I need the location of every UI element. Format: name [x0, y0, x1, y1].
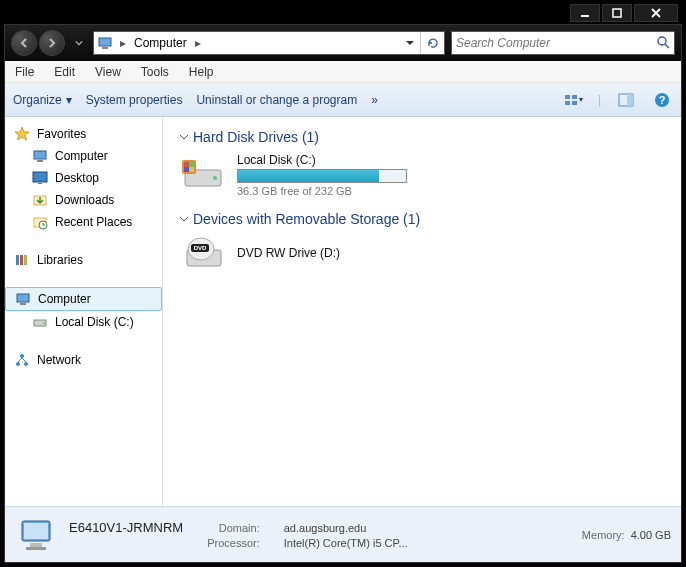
svg-rect-3 [102, 47, 108, 49]
computer-name: E6410V1-JRMNRM [69, 520, 183, 535]
breadcrumb-computer[interactable]: Computer [130, 36, 191, 50]
menu-tools[interactable]: Tools [135, 63, 175, 81]
svg-rect-14 [34, 151, 46, 159]
main-pane: Hard Disk Drives (1) Local Disk (C:) 36.… [163, 117, 681, 506]
svg-rect-25 [20, 303, 26, 305]
svg-point-4 [658, 37, 666, 45]
drive-local-disk[interactable]: Local Disk (C:) 36.3 GB free of 232 GB [179, 153, 665, 197]
drive-icon [31, 313, 49, 331]
svg-rect-1 [613, 9, 621, 17]
menu-file[interactable]: File [9, 63, 40, 81]
computer-large-icon [15, 514, 57, 556]
collapse-icon [179, 132, 189, 142]
collapse-icon [179, 214, 189, 224]
drive-name: DVD RW Drive (D:) [237, 246, 340, 260]
section-hdd[interactable]: Hard Disk Drives (1) [179, 129, 665, 145]
search-icon[interactable] [656, 35, 670, 52]
svg-rect-37 [189, 167, 194, 172]
search-input[interactable] [456, 36, 656, 50]
capacity-bar [237, 169, 407, 183]
minimize-button[interactable] [570, 4, 600, 22]
svg-point-32 [213, 176, 217, 180]
sidebar-libraries[interactable]: Libraries [5, 249, 162, 271]
navigation-pane: Favorites Computer Desktop Downloads Rec… [5, 117, 163, 506]
sidebar-local-disk[interactable]: Local Disk (C:) [5, 311, 162, 333]
computer-icon [14, 290, 32, 308]
svg-rect-8 [565, 101, 570, 105]
history-dropdown[interactable] [71, 30, 87, 56]
drive-free-text: 36.3 GB free of 232 GB [237, 185, 407, 197]
sidebar-fav-desktop[interactable]: Desktop [5, 167, 162, 189]
sidebar-network[interactable]: Network [5, 349, 162, 371]
svg-point-30 [20, 354, 24, 358]
sidebar-fav-downloads[interactable]: Downloads [5, 189, 162, 211]
maximize-button[interactable] [602, 4, 632, 22]
system-properties-button[interactable]: System properties [86, 93, 183, 107]
sidebar-favorites[interactable]: Favorites [5, 123, 162, 145]
svg-rect-6 [565, 95, 570, 99]
menu-bar: File Edit View Tools Help [5, 61, 681, 83]
svg-rect-7 [572, 95, 577, 99]
close-button[interactable] [634, 4, 678, 22]
computer-icon [94, 32, 116, 54]
svg-point-28 [16, 362, 20, 366]
drive-dvd[interactable]: DVD DVD RW Drive (D:) [179, 235, 665, 271]
svg-point-29 [24, 362, 28, 366]
chevron-right-icon[interactable]: ▸ [116, 36, 130, 50]
help-button[interactable]: ? [651, 89, 673, 111]
svg-rect-0 [581, 15, 589, 17]
network-icon [13, 351, 31, 369]
svg-rect-17 [38, 183, 42, 184]
svg-rect-22 [20, 255, 23, 265]
svg-rect-2 [99, 38, 111, 46]
toolbar-overflow[interactable]: » [371, 93, 378, 107]
memory-label: Memory: [582, 529, 625, 541]
memory-value: 4.00 GB [631, 529, 671, 541]
domain-label: Domain: [207, 522, 260, 534]
menu-edit[interactable]: Edit [48, 63, 81, 81]
svg-rect-11 [627, 94, 633, 106]
svg-rect-44 [24, 523, 48, 539]
svg-rect-34 [184, 162, 189, 167]
svg-rect-15 [37, 160, 43, 162]
libraries-icon [13, 251, 31, 269]
star-icon [13, 125, 31, 143]
svg-text:DVD: DVD [194, 245, 207, 251]
back-button[interactable] [11, 30, 37, 56]
address-dropdown[interactable] [400, 32, 420, 54]
details-pane: E6410V1-JRMNRM Domain: ad.augsburg.edu P… [5, 506, 681, 562]
desktop-icon [31, 169, 49, 187]
processor-label: Processor: [207, 537, 260, 549]
view-options-button[interactable]: ▾ [562, 89, 584, 111]
svg-rect-46 [26, 547, 46, 550]
section-removable[interactable]: Devices with Removable Storage (1) [179, 211, 665, 227]
refresh-button[interactable] [420, 32, 444, 54]
svg-rect-45 [30, 543, 42, 547]
chevron-right-icon[interactable]: ▸ [191, 36, 205, 50]
preview-pane-button[interactable] [615, 89, 637, 111]
svg-rect-9 [572, 101, 577, 105]
svg-line-5 [665, 44, 669, 48]
sidebar-fav-computer[interactable]: Computer [5, 145, 162, 167]
nav-toolbar: ▸ Computer ▸ [5, 25, 681, 61]
forward-button[interactable] [39, 30, 65, 56]
window: ▸ Computer ▸ File Edit View Tools Help [0, 0, 686, 567]
domain-value: ad.augsburg.edu [284, 522, 408, 534]
svg-rect-24 [17, 294, 29, 302]
menu-help[interactable]: Help [183, 63, 220, 81]
svg-rect-16 [33, 172, 47, 182]
svg-rect-23 [24, 255, 27, 265]
menu-view[interactable]: View [89, 63, 127, 81]
svg-text:?: ? [659, 94, 666, 106]
organize-menu[interactable]: Organize ▾ [13, 93, 72, 107]
address-bar[interactable]: ▸ Computer ▸ [93, 31, 445, 55]
sidebar-computer[interactable]: Computer [5, 287, 162, 311]
sidebar-fav-recent[interactable]: Recent Places [5, 211, 162, 233]
svg-rect-35 [189, 162, 194, 167]
search-box[interactable] [451, 31, 675, 55]
downloads-icon [31, 191, 49, 209]
chevron-down-icon: ▾ [66, 93, 72, 107]
breadcrumb: ▸ Computer ▸ [116, 32, 205, 54]
uninstall-program-button[interactable]: Uninstall or change a program [196, 93, 357, 107]
hdd-icon [179, 157, 227, 193]
